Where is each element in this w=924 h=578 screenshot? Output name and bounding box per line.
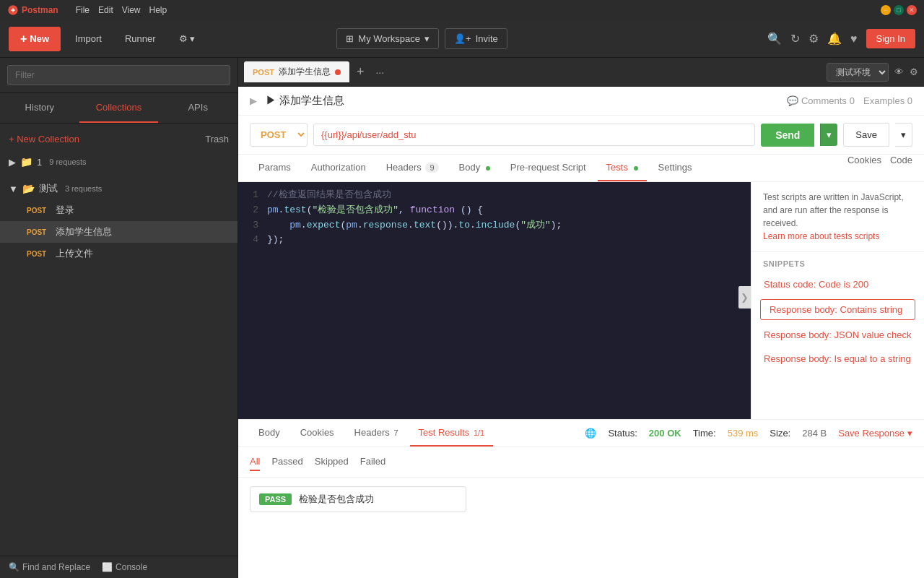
request-item-login[interactable]: POST 登录: [0, 199, 237, 221]
code-editor[interactable]: 1 //检查返回结果是否包含成功 2 pm.test("检验是否包含成功", f…: [238, 182, 751, 419]
url-input[interactable]: [313, 124, 755, 146]
tab-settings[interactable]: Settings: [650, 155, 701, 181]
add-tab-button[interactable]: +: [352, 64, 369, 79]
save-response-label: Save Response: [838, 428, 905, 439]
test-sub-tab-passed[interactable]: Passed: [271, 453, 302, 471]
save-response-button[interactable]: Save Response ▾: [838, 428, 912, 439]
sign-in-button[interactable]: Sign In: [866, 29, 915, 48]
comment-icon: 💬: [787, 95, 798, 106]
tab-name: 添加学生信息: [279, 66, 331, 78]
sidebar-tab-collections[interactable]: Collections: [79, 93, 159, 123]
tab-body[interactable]: Body: [450, 155, 499, 181]
find-replace-label: Find and Replace: [22, 562, 90, 572]
console-btn[interactable]: ⬜ Console: [102, 562, 147, 572]
search-icon[interactable]: 🔍: [767, 32, 782, 46]
plus-icon: +: [20, 33, 27, 46]
send-dropdown-button[interactable]: ▾: [820, 124, 837, 146]
invite-button[interactable]: 👤+ Invite: [445, 28, 507, 49]
app-logo: Postman: [7, 4, 58, 16]
test-sub-tab-failed[interactable]: Failed: [360, 453, 385, 471]
new-collection-bar[interactable]: + New Collection Trash: [0, 129, 237, 149]
test-results-content: PASS 检验是否包含成功: [238, 478, 924, 521]
tab-tests[interactable]: Tests: [598, 155, 647, 181]
tab-method: POST: [253, 68, 274, 77]
method-badge-login: POST: [23, 205, 50, 216]
minimize-button[interactable]: –: [881, 5, 891, 15]
code-line-4: 4 });: [244, 233, 745, 248]
resp-tab-body[interactable]: Body: [250, 420, 289, 447]
examples-label: Examples: [863, 95, 905, 106]
content-area: POST 添加学生信息 + ··· 测试环境 👁 ⚙ ▶ ▶ 添加学生信息: [238, 58, 924, 578]
menu-help[interactable]: Help: [149, 5, 167, 15]
notification-icon[interactable]: 🔔: [827, 32, 842, 46]
save-dropdown-button[interactable]: ▾: [895, 123, 912, 147]
resp-tab-testresults[interactable]: Test Results 1/1: [410, 420, 494, 447]
collection-count-test: 3 requests: [65, 184, 102, 193]
invite-icon: 👤+: [454, 33, 471, 44]
environment-select[interactable]: 测试环境: [827, 63, 889, 82]
snippet-item-3[interactable]: Response body: Is equal to a string: [751, 347, 924, 371]
runner-button[interactable]: Runner: [116, 27, 165, 50]
resp-testresults-badge: 1/1: [474, 428, 484, 437]
menu-edit[interactable]: Edit: [98, 5, 113, 15]
request-name-upload: 上传文件: [56, 247, 93, 260]
search-input[interactable]: [7, 65, 230, 85]
test-sub-tab-all[interactable]: All: [250, 453, 260, 471]
examples-button[interactable]: Examples 0: [863, 95, 912, 106]
workspace-button[interactable]: ⊞ My Workspace ▾: [336, 28, 439, 49]
send-button[interactable]: Send: [761, 124, 814, 147]
test-sub-tab-skipped[interactable]: Skipped: [315, 453, 349, 471]
cookies-link[interactable]: Cookies: [847, 155, 881, 181]
request-item-upload[interactable]: POST 上传文件: [0, 243, 237, 264]
trash-label[interactable]: Trash: [205, 134, 229, 144]
code-link[interactable]: Code: [890, 155, 912, 181]
toolbar-right: 🔍 ↻ ⚙ 🔔 ♥ Sign In: [767, 29, 915, 48]
learn-more-link[interactable]: Learn more about tests scripts: [763, 231, 879, 241]
tab-authorization[interactable]: Authorization: [302, 155, 375, 181]
collection-header-test[interactable]: ▼ 📂 测试 3 requests: [0, 178, 237, 199]
resp-tab-cookies[interactable]: Cookies: [292, 420, 343, 447]
resp-tab-headers[interactable]: Headers 7: [346, 420, 407, 447]
request-right-actions: Cookies Code: [847, 155, 912, 181]
collection-header-1[interactable]: ▶ 📁 1 9 requests: [0, 152, 237, 172]
snippet-item-0[interactable]: Status code: Code is 200: [751, 272, 924, 296]
menu-view[interactable]: View: [122, 5, 141, 15]
save-button[interactable]: Save: [843, 123, 889, 147]
import-button[interactable]: Import: [66, 27, 110, 50]
tab-authorization-label: Authorization: [311, 162, 366, 173]
snippet-item-1[interactable]: Response body: Contains string: [760, 299, 915, 320]
snippet-item-2[interactable]: Response body: JSON value check: [751, 323, 924, 347]
line-num-3: 3: [244, 218, 258, 233]
tab-params[interactable]: Params: [250, 155, 300, 181]
sync-icon[interactable]: ↻: [790, 32, 800, 46]
more-tabs-button[interactable]: ···: [371, 66, 388, 78]
settings-icon[interactable]: ⚙: [808, 32, 819, 46]
new-button[interactable]: + New: [9, 27, 61, 51]
sidebar-tab-history[interactable]: History: [0, 93, 79, 123]
resp-headers-label: Headers: [354, 427, 390, 438]
console-icon: ⬜: [102, 562, 113, 572]
eye-icon[interactable]: 👁: [894, 66, 904, 77]
code-line-3: 3 pm.expect(pm.response.text()).to.inclu…: [244, 218, 745, 233]
tab-tests-label: Tests: [606, 162, 628, 173]
tools-button[interactable]: ⚙ ▾: [170, 27, 204, 50]
collapse-button[interactable]: ▶: [250, 95, 257, 106]
panel-toggle-button[interactable]: ❯: [738, 286, 751, 309]
settings-icon[interactable]: ⚙: [910, 66, 918, 77]
comments-button[interactable]: 💬 Comments 0: [787, 95, 855, 106]
collection-group-1: ▶ 📁 1 9 requests: [0, 149, 237, 175]
find-replace-btn[interactable]: 🔍 Find and Replace: [9, 562, 90, 572]
request-panel: ▶ ▶ 添加学生信息 💬 Comments 0 Examples 0: [238, 87, 924, 578]
active-request-tab[interactable]: POST 添加学生信息: [244, 61, 349, 82]
sidebar-tab-apis[interactable]: APIs: [158, 93, 237, 123]
request-item-addstu[interactable]: POST 添加学生信息: [0, 221, 237, 243]
method-badge-addstu: POST: [23, 227, 50, 238]
method-select[interactable]: POST: [250, 123, 308, 147]
heart-icon[interactable]: ♥: [850, 33, 858, 46]
tab-headers[interactable]: Headers 9: [378, 155, 448, 181]
maximize-button[interactable]: □: [894, 5, 904, 15]
menu-file[interactable]: File: [76, 5, 90, 15]
sidebar-search-area: [0, 58, 237, 93]
close-button[interactable]: ✕: [907, 5, 917, 15]
tab-prerequest[interactable]: Pre-request Script: [502, 155, 595, 181]
